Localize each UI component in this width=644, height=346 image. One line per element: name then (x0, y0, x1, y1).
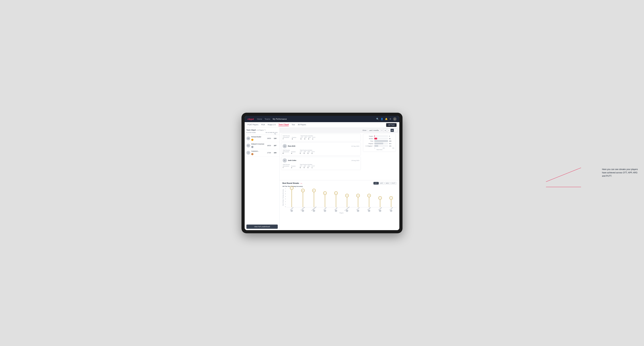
filter-ott[interactable]: OTT (374, 182, 379, 184)
view-grid-icon[interactable]: ⊞ (384, 129, 387, 132)
player-info-2: Edward Crossman 2 (251, 143, 266, 148)
chart-bars-container: 7x6x6x5x5x4x4x4x3x3x E. EwertEB. McHergB… (286, 188, 396, 213)
bar-fill (374, 138, 377, 140)
player-row[interactable]: C Cameron... 3 17/20 103 (245, 149, 280, 156)
tab-team-clippd[interactable]: Team Clippd (278, 124, 289, 126)
streak-chart-wrapper: Best Streak, Fairway Accuracy 7 6 5 4 3 … (282, 188, 396, 213)
y-tick-2: 2 (285, 201, 286, 202)
player-avatar-1: RB (246, 137, 250, 140)
tab-tour[interactable]: Tour (292, 124, 295, 126)
streak-bubble: 4x (345, 194, 349, 197)
tab-all-players[interactable]: All Players (298, 124, 306, 126)
player-row[interactable]: RB Richard Butler 1 19/20 110 (245, 135, 280, 142)
show-select[interactable]: Last 3 months (368, 129, 380, 132)
filter-arg[interactable]: ARG (385, 182, 390, 184)
annotation-arrow (532, 164, 584, 199)
sub-nav: PGAT Players PGA Hcaps 1-5 Team Clippd T… (245, 122, 399, 128)
player-badge-2: 2 (251, 146, 254, 148)
col-pb-score: PB SCORE (266, 132, 272, 134)
bar-item: Eagles 3 (364, 135, 394, 137)
bar-item: Pars 499 (364, 140, 394, 142)
bar-fill (374, 140, 388, 142)
y-ticks: 7 6 5 4 3 2 1 0 (285, 188, 286, 207)
bar-track (374, 145, 388, 147)
bar-count: 311 (389, 143, 394, 144)
player-name-2: Edward Crossman (251, 143, 266, 145)
table-header: PLAYER NAME PB SCORE PB AVG SQ (245, 132, 280, 135)
ott-val: 0 (300, 138, 303, 140)
total-shots-label: Total Shots (364, 149, 394, 150)
right-column: Show Last 3 months ▾ ⊞ ≡ ▤ ↑ (280, 128, 399, 230)
avatar[interactable]: U (393, 117, 396, 121)
tablet-screen: clippd Home Teams My Performance 🔍 👤 🔔 ⚙… (245, 116, 399, 230)
annotation-text: Here you can see streaks your players ha… (602, 168, 639, 178)
card-player-name-2: Josh Coles (288, 160, 296, 161)
bar-label: Eagles (364, 135, 373, 137)
streak-bar-column: 3x (375, 188, 386, 207)
bar-count: 96 (389, 138, 394, 140)
player-row[interactable]: EC Edward Crossman 2 18/20 107 (245, 142, 280, 149)
player-badge-1: 1 (251, 139, 254, 141)
card-date-2: 26 Aug 2023 (352, 160, 359, 161)
card-player-name-1: Rees Britt (288, 145, 296, 147)
bar-count: 499 (389, 140, 394, 142)
team-name: Team Clippd (246, 129, 256, 131)
y-tick-6: 6 (285, 191, 286, 192)
arg-val: 0 (308, 138, 311, 140)
player-info-1: Richard Butler 1 (251, 136, 266, 141)
bar-item: D. Bogeys + 131 (364, 145, 394, 147)
bar-count: 3 (389, 135, 394, 137)
x-axis-label: Players (286, 212, 396, 213)
search-icon[interactable]: 🔍 (376, 118, 379, 120)
streak-bar-column: 3x (386, 188, 396, 207)
app-sub: APP (304, 137, 307, 138)
view-export-icon[interactable]: ↑ (394, 129, 397, 132)
show-label: Show (362, 130, 366, 131)
tablet-frame: clippd Home Teams My Performance 🔍 👤 🔔 ⚙… (242, 113, 402, 233)
streak-bar-column: 4x (364, 188, 374, 207)
tab-pga[interactable]: PGA (261, 124, 265, 126)
app-val: 0 (304, 138, 307, 140)
view-leaderboard-button[interactable]: View Full Leaderboard (246, 224, 278, 229)
nav-home[interactable]: Home (257, 118, 262, 120)
player-info-3: Cameron... 3 (251, 150, 266, 155)
streak-bubble: 6x (301, 189, 305, 192)
putt-sub: PUTT (312, 137, 315, 138)
player-score-2: 18/20 (266, 145, 272, 147)
dropdown-chevron: ▾ (382, 130, 382, 131)
nav-teams[interactable]: Teams (264, 118, 270, 120)
edit-icon[interactable]: ✎ (264, 129, 266, 131)
bar-fill (374, 135, 375, 137)
filter-app[interactable]: APP (379, 182, 384, 184)
player-avatar-3: C (246, 151, 250, 155)
tab-pgat-players[interactable]: PGAT Players (248, 124, 258, 126)
bell-icon[interactable]: 🔔 (385, 118, 388, 120)
y-tick-1: 1 (285, 204, 286, 205)
bar-track (374, 140, 388, 142)
bar-count: 131 (389, 145, 394, 147)
player-card-1: RB Rees Britt 02 Sep 2023 Total Rounds (281, 142, 361, 156)
player-badge-3: 3 (251, 153, 254, 155)
team-header: Team Clippd | 14 Players ✎ (245, 128, 280, 132)
add-team-button[interactable]: Add Team (386, 123, 396, 127)
nav-my-performance[interactable]: My Performance (273, 118, 287, 120)
streak-bubble: 4x (356, 194, 360, 197)
player-avg-2: 107 (272, 145, 278, 147)
card-avatar-1: RB (282, 144, 287, 148)
streak-line (391, 200, 391, 207)
practice-sublabel: Practice (292, 137, 296, 138)
streak-bar-column: 4x (353, 188, 364, 207)
filter-putt[interactable]: PUTT (390, 182, 396, 184)
content-area: Team Clippd | 14 Players ✎ PLAYER NAME P… (245, 128, 399, 230)
tournament-sublabel: Tournament (282, 137, 289, 138)
card-avatar-2: JC (282, 158, 287, 163)
streak-bar-column: 7x (286, 188, 297, 207)
chart-subtitle: Off The Tee, Fairway Accuracy (282, 185, 396, 187)
tab-hcaps[interactable]: Hcaps 1-5 (268, 124, 276, 126)
streak-bubble: 3x (378, 196, 382, 200)
users-icon[interactable]: 👤 (380, 118, 383, 120)
view-list-icon[interactable]: ≡ (387, 129, 390, 132)
settings-icon[interactable]: ⚙ (390, 118, 391, 120)
y-tick-4: 4 (285, 196, 286, 197)
view-detail-icon[interactable]: ▤ (390, 129, 394, 132)
